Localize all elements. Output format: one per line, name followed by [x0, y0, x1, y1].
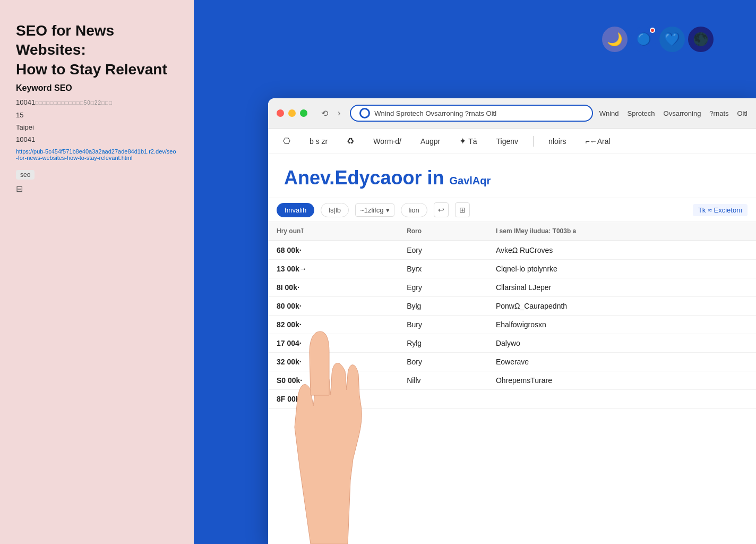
- table-header: Hry oun⊺ Roro I sem IMey iludua: T003b a: [268, 222, 756, 241]
- cell-code-3: Egry: [398, 278, 487, 297]
- menu-item-4[interactable]: ?rnats: [709, 109, 728, 117]
- browser-navrow: ⎔ b s zr ♻ Worm·d/ Augpr ✦ Tā Tigenv: [268, 129, 756, 154]
- nav-item-b[interactable]: b s zr: [305, 135, 332, 148]
- cell-code-6: Rylg: [398, 334, 487, 353]
- cell-code-1: Eory: [398, 241, 487, 260]
- cell-num-7: 32 00k·: [268, 353, 398, 371]
- avatar-heart: 🔵: [631, 27, 656, 52]
- filter-tab-1[interactable]: hnvalih: [277, 203, 314, 217]
- cell-code-7: Bory: [398, 353, 487, 371]
- table-row[interactable]: 68 00k· Eory AvkeΩ RuCroves: [268, 241, 756, 260]
- address-text: Wnind Sprotech Ovsarroning ?rnats Oitl: [374, 109, 583, 117]
- nav-item-worm[interactable]: Worm·d/: [369, 135, 406, 148]
- table-row[interactable]: 13 00k→ Byrx Clqnel-lo ptolynrke: [268, 260, 756, 278]
- notification-badge: [650, 28, 655, 33]
- col-header-1: Hry oun⊺: [268, 222, 398, 241]
- menu-item-2[interactable]: Sprotech: [628, 109, 655, 117]
- cell-num-6: 17 004·: [268, 334, 398, 353]
- filter-tab-2[interactable]: ls|lb: [321, 203, 349, 217]
- nav-buttons: ⟲ ›: [318, 107, 343, 120]
- table-row[interactable]: 82 00k· Bury Ehalfowigrosxn: [268, 316, 756, 334]
- cell-num-8: S0 00k·: [268, 371, 398, 390]
- nav-item-home[interactable]: ⎔: [279, 134, 295, 148]
- sidebar-tag[interactable]: seo: [16, 170, 35, 180]
- nav-label-augpr: Augpr: [420, 137, 440, 146]
- cell-code-4: Bylg: [398, 297, 487, 316]
- cell-desc-9: [487, 390, 756, 409]
- filter-row: hnvalih ls|lb ~1zlifcg ▾ lion ↩ ⊞ Tk ≈ E…: [268, 198, 756, 222]
- table-row[interactable]: 80 00k· Bylg PonwΩ_Caurapednth: [268, 297, 756, 316]
- cell-desc-1: AvkeΩ RuCroves: [487, 241, 756, 260]
- browser-content: Anev.Edycaoor in GavlAqr hnvalih ls|lb ~…: [268, 154, 756, 409]
- nav-label-nloirs: nloirs: [548, 137, 566, 146]
- main-area: 🌙 🔵 💙 🌑 ⟲ › Wnind Sp: [194, 0, 756, 544]
- table-wrapper: Hry oun⊺ Roro I sem IMey iludua: T003b a…: [268, 222, 756, 409]
- cell-num-3: 8I 00k·: [268, 278, 398, 297]
- sidebar-keyword: Keyword SEO: [16, 83, 178, 93]
- table-row[interactable]: 8I 00k· Egry Cllarsinal LJeper: [268, 278, 756, 297]
- sidebar: SEO for News Websites:How to Stay Releva…: [0, 0, 194, 544]
- address-bar[interactable]: Wnind Sprotech Ovsarroning ?rnats Oitl: [350, 105, 592, 122]
- avatars-row: 🌙 🔵 💙 🌑: [602, 27, 714, 52]
- cell-code-8: Nillv: [398, 371, 487, 390]
- sidebar-title: SEO for News Websites:How to Stay Releva…: [16, 21, 178, 79]
- filter-tab-3[interactable]: lion: [401, 203, 427, 217]
- nav-divider: [533, 136, 534, 147]
- home-icon: ⎔: [283, 136, 290, 146]
- nav-item-nloirs[interactable]: nloirs: [544, 135, 570, 148]
- table-row[interactable]: 17 004· Rylg Dalywo: [268, 334, 756, 353]
- table-row[interactable]: 8F 00k·: [268, 390, 756, 409]
- cell-desc-6: Dalywo: [487, 334, 756, 353]
- nav-label-b: b s zr: [310, 137, 328, 146]
- nav-item-ta[interactable]: ✦ Tā: [455, 134, 481, 148]
- nav-item-aral[interactable]: ⌐←Aral: [581, 135, 615, 148]
- filter-dropdown-1[interactable]: ~1zlifcg ▾: [355, 203, 394, 217]
- back-button[interactable]: ⟲: [318, 107, 331, 120]
- cell-num-9: 8F 00k·: [268, 390, 398, 409]
- page-header: Anev.Edycaoor in GavlAqr: [268, 154, 756, 198]
- cell-desc-8: OhrepemsTurare: [487, 371, 756, 390]
- browser-toolbar: ⟲ › Wnind Sprotech Ovsarroning ?rnats Oi…: [268, 98, 756, 129]
- nav-label-tigenv: Tigenv: [496, 137, 519, 146]
- page-title: Anev.Edycaoor in GavlAqr: [284, 167, 491, 189]
- traffic-lights: [277, 109, 307, 117]
- table-row[interactable]: 32 00k· Bory Eowerave: [268, 353, 756, 371]
- data-table: Hry oun⊺ Roro I sem IMey iludua: T003b a…: [268, 222, 756, 409]
- minimize-button[interactable]: [288, 109, 296, 117]
- nav-item-refresh[interactable]: ♻: [342, 134, 358, 148]
- forward-button[interactable]: ›: [334, 107, 343, 119]
- col-header-3: I sem IMey iludua: T003b a: [487, 222, 756, 241]
- close-button[interactable]: [277, 109, 284, 117]
- cell-num-5: 82 00k·: [268, 316, 398, 334]
- nav-label-ta: Tā: [468, 137, 477, 146]
- filter-icon-btn-2[interactable]: ⊞: [455, 202, 470, 217]
- cell-desc-7: Eowerave: [487, 353, 756, 371]
- maximize-button[interactable]: [300, 109, 307, 117]
- cell-code-2: Byrx: [398, 260, 487, 278]
- browser-menu: Wnind Sprotech Ovsarroning ?rnats Oitl: [599, 109, 748, 117]
- avatar-moon: 🌙: [602, 27, 628, 52]
- nav-item-tigenv[interactable]: Tigenv: [492, 135, 523, 148]
- chevron-down-icon: ▾: [386, 206, 390, 214]
- menu-item-5[interactable]: Oitl: [737, 109, 748, 117]
- cell-num-2: 13 00k→: [268, 260, 398, 278]
- browser-icon: [359, 108, 370, 118]
- filter-btn-group[interactable]: Tk ≈ Excietonı: [693, 204, 748, 216]
- table-body: 68 00k· Eory AvkeΩ RuCroves 13 00k→ Byrx…: [268, 241, 756, 409]
- table-row[interactable]: S0 00k· Nillv OhrepemsTurare: [268, 371, 756, 390]
- sidebar-url[interactable]: https://pub-5c454f571b8e40a3a2aad27ade84…: [16, 148, 178, 161]
- nav-item-augpr[interactable]: Augpr: [416, 135, 444, 148]
- avatar-dark: 🌑: [688, 27, 714, 52]
- refresh-icon: ♻: [347, 136, 354, 146]
- browser-window: ⟲ › Wnind Sprotech Ovsarroning ?rnats Oi…: [268, 98, 756, 544]
- sidebar-meta: 10041□□□□□□□□□□□□□50□22□□□ 15 Taipei 100…: [16, 96, 178, 146]
- filter-icon-btn-1[interactable]: ↩: [434, 202, 449, 217]
- menu-item-3[interactable]: Ovsarroning: [664, 109, 701, 117]
- col-header-2: Roro: [398, 222, 487, 241]
- cell-desc-3: Cllarsinal LJeper: [487, 278, 756, 297]
- cell-num-4: 80 00k·: [268, 297, 398, 316]
- cell-code-9: [398, 390, 487, 409]
- page-subtitle: GavlAqr: [449, 175, 491, 186]
- star-icon: ✦: [459, 136, 466, 146]
- menu-item-1[interactable]: Wnind: [599, 109, 619, 117]
